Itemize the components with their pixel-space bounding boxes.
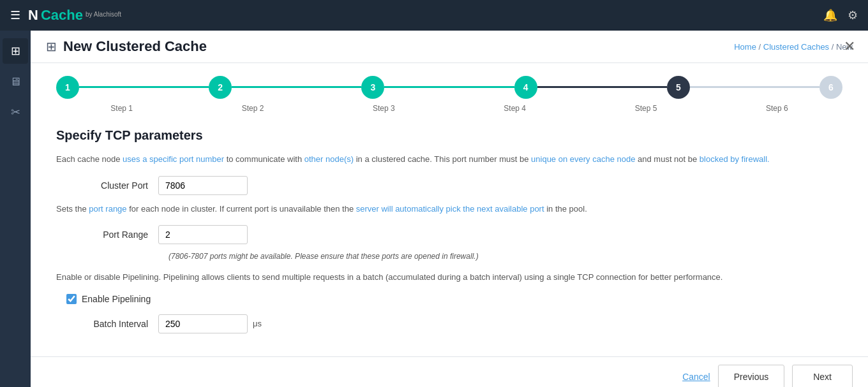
step-4-label: Step 4: [449, 104, 580, 113]
step-5-label: Step 5: [580, 104, 711, 113]
line-5-6: [690, 86, 819, 88]
breadcrumb: Home / Clustered Caches / New: [734, 42, 853, 52]
cluster-port-input[interactable]: [158, 176, 248, 195]
enable-pipelining-label: Enable Pipelining: [82, 294, 151, 304]
cancel-button[interactable]: Cancel: [682, 372, 710, 382]
breadcrumb-sep2: /: [832, 42, 834, 52]
step-5-circle: 5: [667, 76, 690, 99]
cluster-port-row: Cluster Port: [56, 176, 842, 195]
step-4-circle: 4: [514, 76, 537, 99]
batch-interval-label: Batch Interval: [56, 319, 158, 329]
step-4: 4: [514, 76, 537, 99]
port-range-label: Port Range: [56, 230, 158, 240]
page-title-icon: ⊞: [46, 39, 57, 54]
cluster-port-description: Each cache node uses a specific port num…: [56, 153, 842, 166]
port-range-hint: (7806-7807 ports might be available. Ple…: [168, 252, 842, 261]
navbar: ☰ N Cache by Alachisoft 🔔 ⚙: [0, 0, 868, 31]
step-3-circle: 3: [361, 76, 384, 99]
step-2-circle: 2: [209, 76, 232, 99]
port-range-row: Port Range: [56, 225, 842, 244]
enable-pipelining-row: Enable Pipelining: [66, 294, 842, 304]
logo-n: N: [28, 7, 38, 24]
sidebar: ⊞ 🖥 ✂: [0, 31, 31, 387]
settings-icon[interactable]: ⚙: [848, 8, 858, 22]
sidebar-item-dashboard[interactable]: ⊞: [3, 38, 28, 64]
main-content: ⊞ New Clustered Cache Home / Clustered C…: [31, 31, 868, 387]
sidebar-item-monitor[interactable]: 🖥: [3, 69, 28, 94]
step-1-label: Step 1: [56, 104, 187, 113]
navbar-right: 🔔 ⚙: [823, 8, 858, 22]
breadcrumb-sep1: /: [759, 42, 761, 52]
step-1-circle: 1: [56, 76, 79, 99]
close-button[interactable]: ✕: [844, 38, 855, 55]
step-2: 2: [209, 76, 232, 99]
enable-pipelining-checkbox[interactable]: [66, 294, 77, 304]
hamburger-icon[interactable]: ☰: [10, 8, 20, 22]
navbar-left: ☰ N Cache by Alachisoft: [10, 7, 121, 24]
line-2-3: [232, 86, 361, 88]
page-title-wrapper: ⊞ New Clustered Cache: [46, 38, 207, 55]
port-range-description: Sets the port range for each node in clu…: [56, 203, 842, 215]
step-3: 3: [361, 76, 384, 99]
cluster-port-label: Cluster Port: [56, 180, 158, 191]
port-range-input[interactable]: [158, 225, 248, 244]
step-6-circle: 6: [819, 76, 842, 99]
next-button[interactable]: Next: [792, 365, 853, 388]
step-6: 6: [819, 76, 842, 99]
step-1: 1: [56, 76, 79, 99]
logo: N Cache by Alachisoft: [28, 7, 121, 24]
breadcrumb-clustered[interactable]: Clustered Caches: [763, 42, 829, 52]
line-3-4: [384, 86, 514, 88]
logo-cache: Cache: [41, 7, 83, 24]
step-6-label: Step 6: [712, 104, 842, 113]
stepper: 1 2 3 4 5 6: [56, 76, 842, 99]
stepper-container: 1 2 3 4 5 6: [31, 63, 868, 113]
previous-button[interactable]: Previous: [718, 365, 784, 388]
notification-icon[interactable]: 🔔: [823, 8, 837, 22]
breadcrumb-home[interactable]: Home: [734, 42, 756, 52]
page-title: New Clustered Cache: [63, 38, 207, 55]
line-4-5: [537, 86, 667, 88]
batch-interval-input[interactable]: [158, 314, 248, 333]
form-content: Specify TCP parameters Each cache node u…: [31, 113, 868, 356]
section-title: Specify TCP parameters: [56, 128, 842, 143]
batch-interval-row: Batch Interval μs: [56, 314, 842, 333]
step-3-label: Step 3: [318, 104, 449, 113]
sidebar-item-tools[interactable]: ✂: [3, 99, 28, 125]
logo-sub: by Alachisoft: [86, 11, 121, 18]
page-header: ⊞ New Clustered Cache Home / Clustered C…: [31, 31, 868, 63]
step-5: 5: [667, 76, 690, 99]
line-1-2: [79, 86, 209, 88]
step-2-label: Step 2: [187, 104, 318, 113]
pipelining-description: Enable or disable Pipelining. Pipelining…: [56, 271, 842, 284]
footer: Cancel Previous Next: [31, 356, 868, 388]
batch-interval-unit: μs: [253, 319, 262, 328]
